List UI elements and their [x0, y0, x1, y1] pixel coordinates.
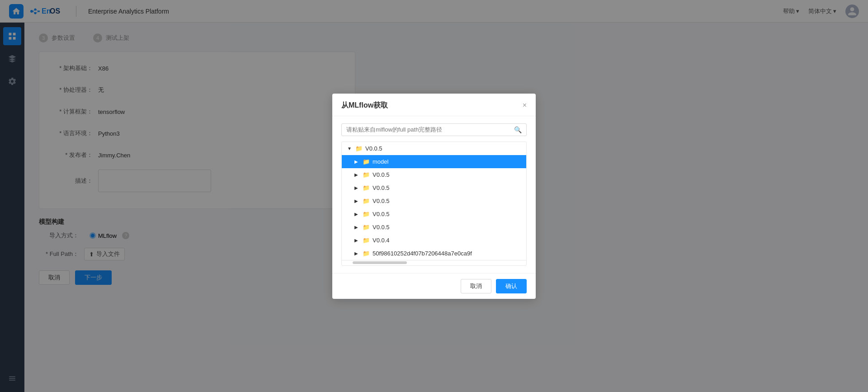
modal-header: 从MLflow获取 ×	[332, 94, 536, 116]
chevron-right-icon: ▶	[354, 172, 360, 177]
tree-item[interactable]: ▼ 📁 V0.0.5	[342, 142, 526, 155]
modal-body: 🔍 ▼ 📁 V0.0.5 ▶ 📁 model	[332, 116, 536, 273]
folder-icon: 📁	[363, 171, 370, 178]
chevron-right-icon: ▶	[354, 159, 360, 164]
mlflow-modal: 从MLflow获取 × 🔍 ▼ 📁 V0.0.5	[332, 94, 536, 299]
modal-cancel-button[interactable]: 取消	[461, 279, 491, 293]
folder-icon: 📁	[363, 224, 370, 231]
folder-icon: 📁	[363, 237, 370, 244]
tree-item[interactable]: ▶ 📁 V0.0.5	[342, 181, 526, 194]
search-input[interactable]	[346, 126, 514, 133]
modal-overlay: 从MLflow获取 × 🔍 ▼ 📁 V0.0.5	[0, 0, 868, 392]
search-icon: 🔍	[514, 126, 522, 133]
horizontal-scrollbar[interactable]	[342, 260, 526, 265]
tree-item[interactable]: ▶ 📁 V0.0.5	[342, 168, 526, 181]
tree-item[interactable]: ▶ 📁 V0.0.5	[342, 194, 526, 208]
chevron-right-icon: ▶	[354, 185, 360, 190]
folder-icon: 📁	[363, 158, 370, 165]
folder-icon: 📁	[363, 211, 370, 217]
tree-item[interactable]: ▶ 📁 V0.0.4	[342, 234, 526, 247]
chevron-right-icon: ▶	[354, 212, 360, 217]
chevron-right-icon: ▶	[354, 251, 360, 256]
folder-icon: 📁	[363, 198, 370, 204]
tree-item[interactable]: ▶ 📁 V0.0.5	[342, 208, 526, 221]
chevron-right-icon: ▶	[354, 198, 360, 203]
chevron-down-icon: ▼	[347, 146, 353, 151]
tree-inner: ▼ 📁 V0.0.5 ▶ 📁 model ▶ 📁 V0.0.5	[342, 142, 526, 260]
folder-icon: 📁	[355, 145, 363, 152]
search-box: 🔍	[341, 123, 527, 136]
folder-icon: 📁	[363, 184, 370, 191]
tree-item-model[interactable]: ▶ 📁 model	[342, 155, 526, 168]
chevron-right-icon: ▶	[354, 238, 360, 243]
tree-container: ▼ 📁 V0.0.5 ▶ 📁 model ▶ 📁 V0.0.5	[341, 142, 527, 266]
modal-close-button[interactable]: ×	[523, 101, 527, 109]
tree-item-hash[interactable]: ▶ 📁 50f98610252d4f07b7206448a7e0ca9f	[342, 247, 526, 260]
modal-confirm-button[interactable]: 确认	[496, 279, 527, 293]
hscroll-thumb	[353, 261, 407, 264]
folder-icon: 📁	[363, 250, 370, 257]
modal-footer: 取消 确认	[332, 273, 536, 299]
chevron-right-icon: ▶	[354, 225, 360, 230]
modal-title: 从MLflow获取	[341, 101, 388, 110]
tree-item[interactable]: ▶ 📁 V0.0.5	[342, 221, 526, 234]
